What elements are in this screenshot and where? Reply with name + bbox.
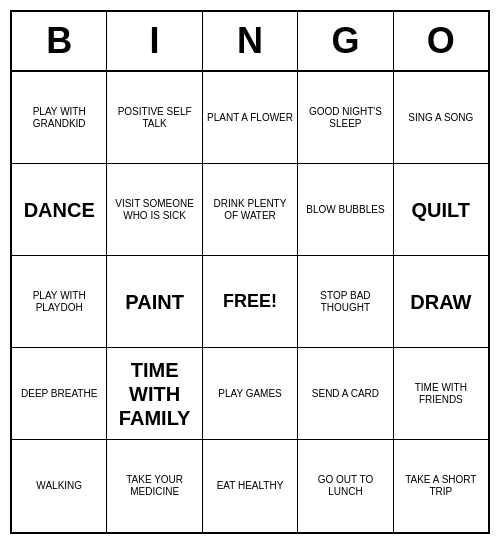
bingo-cell-3-0: DEEP BREATHE <box>12 348 107 440</box>
bingo-grid: PLAY WITH GRANDKIDPOSITIVE SELF TALKPLAN… <box>12 72 488 532</box>
bingo-cell-1-1: VISIT SOMEONE WHO IS SICK <box>107 164 202 256</box>
bingo-header: BINGO <box>12 12 488 72</box>
bingo-cell-3-4: TIME WITH FRIENDS <box>394 348 488 440</box>
bingo-cell-2-1: PAINT <box>107 256 202 348</box>
bingo-row-3: DEEP BREATHETIME WITH FAMILYPLAY GAMESSE… <box>12 348 488 440</box>
bingo-cell-4-1: TAKE YOUR MEDICINE <box>107 440 202 532</box>
bingo-cell-4-2: EAT HEALTHY <box>203 440 298 532</box>
bingo-cell-4-0: WALKING <box>12 440 107 532</box>
bingo-cell-0-1: POSITIVE SELF TALK <box>107 72 202 164</box>
bingo-cell-0-0: PLAY WITH GRANDKID <box>12 72 107 164</box>
bingo-cell-2-3: STOP BAD THOUGHT <box>298 256 393 348</box>
bingo-cell-2-0: PLAY WITH PLAYDOH <box>12 256 107 348</box>
bingo-cell-4-3: GO OUT TO LUNCH <box>298 440 393 532</box>
bingo-row-4: WALKINGTAKE YOUR MEDICINEEAT HEALTHYGO O… <box>12 440 488 532</box>
bingo-cell-1-3: BLOW BUBBLES <box>298 164 393 256</box>
header-letter-B: B <box>12 12 107 72</box>
bingo-cell-3-3: SEND A CARD <box>298 348 393 440</box>
bingo-row-2: PLAY WITH PLAYDOHPAINTFree!STOP BAD THOU… <box>12 256 488 348</box>
bingo-row-1: DANCEVISIT SOMEONE WHO IS SICKDRINK PLEN… <box>12 164 488 256</box>
bingo-card: BINGO PLAY WITH GRANDKIDPOSITIVE SELF TA… <box>10 10 490 534</box>
bingo-cell-1-2: DRINK PLENTY OF WATER <box>203 164 298 256</box>
bingo-cell-4-4: TAKE A SHORT TRIP <box>394 440 488 532</box>
header-letter-O: O <box>394 12 488 72</box>
bingo-cell-3-2: PLAY GAMES <box>203 348 298 440</box>
bingo-cell-2-4: DRAW <box>394 256 488 348</box>
bingo-cell-1-0: DANCE <box>12 164 107 256</box>
bingo-cell-2-2: Free! <box>203 256 298 348</box>
bingo-cell-3-1: TIME WITH FAMILY <box>107 348 202 440</box>
bingo-row-0: PLAY WITH GRANDKIDPOSITIVE SELF TALKPLAN… <box>12 72 488 164</box>
header-letter-N: N <box>203 12 298 72</box>
bingo-cell-0-2: PLANT A FLOWER <box>203 72 298 164</box>
header-letter-G: G <box>298 12 393 72</box>
header-letter-I: I <box>107 12 202 72</box>
bingo-cell-0-4: SING A SONG <box>394 72 488 164</box>
bingo-cell-0-3: GOOD NIGHT'S SLEEP <box>298 72 393 164</box>
bingo-cell-1-4: QUILT <box>394 164 488 256</box>
